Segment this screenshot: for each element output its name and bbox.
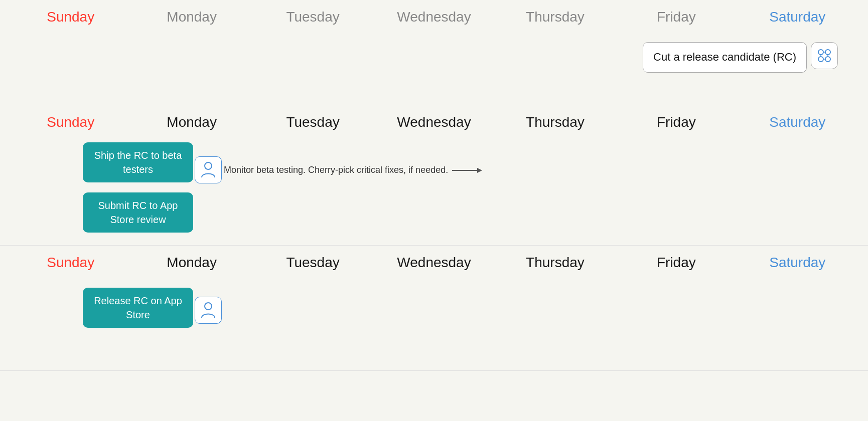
svg-point-3 — [825, 57, 830, 62]
submit-rc-text: Submit RC to App Store review — [98, 200, 178, 225]
arrow-container: Monitor beta testing. Cherry-pick critic… — [224, 165, 482, 175]
svg-point-2 — [818, 57, 823, 62]
week-section-1: Sunday Monday Tuesday Wednesday Thursday… — [0, 0, 868, 105]
week-row-2-headers: Sunday Monday Tuesday Wednesday Thursday… — [0, 105, 868, 137]
day-header-wednesday-2: Wednesday — [373, 105, 494, 137]
day-header-sunday-3: Sunday — [10, 246, 131, 278]
release-rc-card[interactable]: Release RC on App Store — [83, 288, 193, 328]
arrow-text: Monitor beta testing. Cherry-pick critic… — [224, 165, 448, 175]
rc-icon-box — [811, 42, 838, 69]
rc-card-box[interactable]: Cut a release candidate (RC) — [643, 42, 807, 73]
day-header-thursday-2: Thursday — [495, 105, 616, 137]
rc-card-text: Cut a release candidate (RC) — [653, 51, 796, 63]
day-header-saturday-2: Saturday — [737, 105, 858, 137]
day-header-monday-1: Monday — [131, 0, 252, 32]
rc-card-container: Cut a release candidate (RC) — [643, 42, 838, 73]
person-icon-box-1[interactable] — [195, 156, 222, 183]
day-header-friday-3: Friday — [616, 246, 737, 278]
week-section-3: Sunday Monday Tuesday Wednesday Thursday… — [0, 246, 868, 371]
week-2-content: Ship the RC to beta testers Monitor beta… — [0, 137, 868, 242]
week-3-content: Release RC on App Store — [0, 278, 868, 367]
day-header-monday-3: Monday — [131, 246, 252, 278]
day-header-tuesday-1: Tuesday — [252, 0, 373, 32]
svg-marker-10 — [477, 168, 482, 173]
svg-point-8 — [205, 162, 212, 169]
person-icon-1 — [201, 161, 216, 178]
svg-point-1 — [825, 50, 830, 55]
day-header-wednesday-1: Wednesday — [373, 0, 494, 32]
submit-rc-card[interactable]: Submit RC to App Store review — [83, 192, 193, 233]
day-header-sunday-1: Sunday — [10, 0, 131, 32]
ship-rc-card[interactable]: Ship the RC to beta testers — [83, 142, 193, 182]
day-header-tuesday-2: Tuesday — [252, 105, 373, 137]
week-row-3-headers: Sunday Monday Tuesday Wednesday Thursday… — [0, 246, 868, 278]
svg-point-11 — [205, 303, 212, 310]
day-header-friday-1: Friday — [616, 0, 737, 32]
day-header-wednesday-3: Wednesday — [373, 246, 494, 278]
circles-icon — [815, 46, 834, 65]
day-header-saturday-1: Saturday — [737, 0, 858, 32]
day-header-saturday-3: Saturday — [737, 246, 858, 278]
day-header-tuesday-3: Tuesday — [252, 246, 373, 278]
day-header-friday-2: Friday — [616, 105, 737, 137]
person-icon-2 — [201, 302, 216, 319]
svg-point-0 — [818, 50, 823, 55]
week-row-1-headers: Sunday Monday Tuesday Wednesday Thursday… — [0, 0, 868, 32]
week-section-2: Sunday Monday Tuesday Wednesday Thursday… — [0, 105, 868, 246]
day-header-thursday-3: Thursday — [495, 246, 616, 278]
day-header-sunday-2: Sunday — [10, 105, 131, 137]
release-rc-text: Release RC on App Store — [94, 295, 182, 320]
day-header-monday-2: Monday — [131, 105, 252, 137]
arrow-icon — [452, 165, 482, 175]
day-header-thursday-1: Thursday — [495, 0, 616, 32]
person-icon-box-2[interactable] — [195, 297, 222, 324]
ship-rc-text: Ship the RC to beta testers — [94, 150, 182, 175]
